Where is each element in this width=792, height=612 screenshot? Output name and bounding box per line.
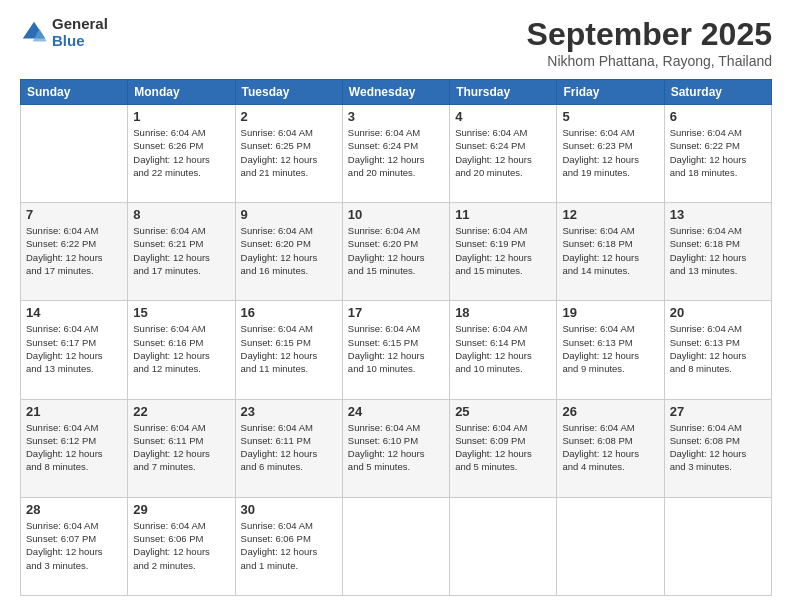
table-row: 23Sunrise: 6:04 AMSunset: 6:11 PMDayligh… bbox=[235, 399, 342, 497]
day-number: 12 bbox=[562, 207, 658, 222]
table-row: 28Sunrise: 6:04 AMSunset: 6:07 PMDayligh… bbox=[21, 497, 128, 595]
table-row: 30Sunrise: 6:04 AMSunset: 6:06 PMDayligh… bbox=[235, 497, 342, 595]
table-row: 20Sunrise: 6:04 AMSunset: 6:13 PMDayligh… bbox=[664, 301, 771, 399]
table-row: 9Sunrise: 6:04 AMSunset: 6:20 PMDaylight… bbox=[235, 203, 342, 301]
day-info: Sunrise: 6:04 AMSunset: 6:09 PMDaylight:… bbox=[455, 421, 551, 474]
day-number: 22 bbox=[133, 404, 229, 419]
table-row: 2Sunrise: 6:04 AMSunset: 6:25 PMDaylight… bbox=[235, 105, 342, 203]
calendar-week-2: 7Sunrise: 6:04 AMSunset: 6:22 PMDaylight… bbox=[21, 203, 772, 301]
day-number: 20 bbox=[670, 305, 766, 320]
day-info: Sunrise: 6:04 AMSunset: 6:07 PMDaylight:… bbox=[26, 519, 122, 572]
header-friday: Friday bbox=[557, 80, 664, 105]
day-number: 11 bbox=[455, 207, 551, 222]
calendar-week-1: 1Sunrise: 6:04 AMSunset: 6:26 PMDaylight… bbox=[21, 105, 772, 203]
day-info: Sunrise: 6:04 AMSunset: 6:21 PMDaylight:… bbox=[133, 224, 229, 277]
header-saturday: Saturday bbox=[664, 80, 771, 105]
day-info: Sunrise: 6:04 AMSunset: 6:06 PMDaylight:… bbox=[241, 519, 337, 572]
day-info: Sunrise: 6:04 AMSunset: 6:24 PMDaylight:… bbox=[348, 126, 444, 179]
table-row: 25Sunrise: 6:04 AMSunset: 6:09 PMDayligh… bbox=[450, 399, 557, 497]
table-row: 26Sunrise: 6:04 AMSunset: 6:08 PMDayligh… bbox=[557, 399, 664, 497]
day-number: 25 bbox=[455, 404, 551, 419]
day-number: 14 bbox=[26, 305, 122, 320]
month-title: September 2025 bbox=[527, 16, 772, 53]
day-info: Sunrise: 6:04 AMSunset: 6:08 PMDaylight:… bbox=[670, 421, 766, 474]
header: General Blue September 2025 Nikhom Phatt… bbox=[20, 16, 772, 69]
logo-icon bbox=[20, 19, 48, 47]
day-info: Sunrise: 6:04 AMSunset: 6:10 PMDaylight:… bbox=[348, 421, 444, 474]
header-wednesday: Wednesday bbox=[342, 80, 449, 105]
table-row bbox=[21, 105, 128, 203]
calendar-week-5: 28Sunrise: 6:04 AMSunset: 6:07 PMDayligh… bbox=[21, 497, 772, 595]
day-info: Sunrise: 6:04 AMSunset: 6:13 PMDaylight:… bbox=[562, 322, 658, 375]
table-row: 4Sunrise: 6:04 AMSunset: 6:24 PMDaylight… bbox=[450, 105, 557, 203]
calendar-header-row: Sunday Monday Tuesday Wednesday Thursday… bbox=[21, 80, 772, 105]
day-info: Sunrise: 6:04 AMSunset: 6:06 PMDaylight:… bbox=[133, 519, 229, 572]
day-number: 18 bbox=[455, 305, 551, 320]
day-number: 3 bbox=[348, 109, 444, 124]
table-row: 16Sunrise: 6:04 AMSunset: 6:15 PMDayligh… bbox=[235, 301, 342, 399]
table-row: 8Sunrise: 6:04 AMSunset: 6:21 PMDaylight… bbox=[128, 203, 235, 301]
title-section: September 2025 Nikhom Phattana, Rayong, … bbox=[527, 16, 772, 69]
day-number: 4 bbox=[455, 109, 551, 124]
day-info: Sunrise: 6:04 AMSunset: 6:25 PMDaylight:… bbox=[241, 126, 337, 179]
table-row: 7Sunrise: 6:04 AMSunset: 6:22 PMDaylight… bbox=[21, 203, 128, 301]
table-row: 1Sunrise: 6:04 AMSunset: 6:26 PMDaylight… bbox=[128, 105, 235, 203]
location: Nikhom Phattana, Rayong, Thailand bbox=[527, 53, 772, 69]
day-info: Sunrise: 6:04 AMSunset: 6:20 PMDaylight:… bbox=[241, 224, 337, 277]
header-monday: Monday bbox=[128, 80, 235, 105]
logo: General Blue bbox=[20, 16, 108, 49]
table-row: 15Sunrise: 6:04 AMSunset: 6:16 PMDayligh… bbox=[128, 301, 235, 399]
day-number: 9 bbox=[241, 207, 337, 222]
day-number: 1 bbox=[133, 109, 229, 124]
page: General Blue September 2025 Nikhom Phatt… bbox=[0, 0, 792, 612]
day-info: Sunrise: 6:04 AMSunset: 6:20 PMDaylight:… bbox=[348, 224, 444, 277]
day-number: 16 bbox=[241, 305, 337, 320]
day-number: 17 bbox=[348, 305, 444, 320]
calendar-week-4: 21Sunrise: 6:04 AMSunset: 6:12 PMDayligh… bbox=[21, 399, 772, 497]
day-number: 23 bbox=[241, 404, 337, 419]
day-info: Sunrise: 6:04 AMSunset: 6:11 PMDaylight:… bbox=[241, 421, 337, 474]
day-number: 5 bbox=[562, 109, 658, 124]
table-row: 14Sunrise: 6:04 AMSunset: 6:17 PMDayligh… bbox=[21, 301, 128, 399]
logo-general-text: General bbox=[52, 16, 108, 33]
table-row bbox=[450, 497, 557, 595]
calendar-table: Sunday Monday Tuesday Wednesday Thursday… bbox=[20, 79, 772, 596]
day-info: Sunrise: 6:04 AMSunset: 6:18 PMDaylight:… bbox=[562, 224, 658, 277]
day-info: Sunrise: 6:04 AMSunset: 6:22 PMDaylight:… bbox=[670, 126, 766, 179]
header-thursday: Thursday bbox=[450, 80, 557, 105]
calendar-body: 1Sunrise: 6:04 AMSunset: 6:26 PMDaylight… bbox=[21, 105, 772, 596]
day-number: 27 bbox=[670, 404, 766, 419]
day-info: Sunrise: 6:04 AMSunset: 6:24 PMDaylight:… bbox=[455, 126, 551, 179]
day-number: 2 bbox=[241, 109, 337, 124]
table-row bbox=[557, 497, 664, 595]
table-row bbox=[664, 497, 771, 595]
day-info: Sunrise: 6:04 AMSunset: 6:15 PMDaylight:… bbox=[348, 322, 444, 375]
day-number: 13 bbox=[670, 207, 766, 222]
header-sunday: Sunday bbox=[21, 80, 128, 105]
table-row: 10Sunrise: 6:04 AMSunset: 6:20 PMDayligh… bbox=[342, 203, 449, 301]
day-info: Sunrise: 6:04 AMSunset: 6:12 PMDaylight:… bbox=[26, 421, 122, 474]
day-info: Sunrise: 6:04 AMSunset: 6:15 PMDaylight:… bbox=[241, 322, 337, 375]
day-number: 26 bbox=[562, 404, 658, 419]
day-number: 6 bbox=[670, 109, 766, 124]
day-info: Sunrise: 6:04 AMSunset: 6:16 PMDaylight:… bbox=[133, 322, 229, 375]
table-row: 27Sunrise: 6:04 AMSunset: 6:08 PMDayligh… bbox=[664, 399, 771, 497]
table-row: 12Sunrise: 6:04 AMSunset: 6:18 PMDayligh… bbox=[557, 203, 664, 301]
table-row: 5Sunrise: 6:04 AMSunset: 6:23 PMDaylight… bbox=[557, 105, 664, 203]
day-info: Sunrise: 6:04 AMSunset: 6:11 PMDaylight:… bbox=[133, 421, 229, 474]
table-row: 17Sunrise: 6:04 AMSunset: 6:15 PMDayligh… bbox=[342, 301, 449, 399]
header-tuesday: Tuesday bbox=[235, 80, 342, 105]
day-number: 19 bbox=[562, 305, 658, 320]
day-number: 7 bbox=[26, 207, 122, 222]
day-number: 10 bbox=[348, 207, 444, 222]
table-row: 6Sunrise: 6:04 AMSunset: 6:22 PMDaylight… bbox=[664, 105, 771, 203]
table-row: 29Sunrise: 6:04 AMSunset: 6:06 PMDayligh… bbox=[128, 497, 235, 595]
logo-text: General Blue bbox=[52, 16, 108, 49]
day-number: 15 bbox=[133, 305, 229, 320]
table-row bbox=[342, 497, 449, 595]
table-row: 19Sunrise: 6:04 AMSunset: 6:13 PMDayligh… bbox=[557, 301, 664, 399]
day-info: Sunrise: 6:04 AMSunset: 6:13 PMDaylight:… bbox=[670, 322, 766, 375]
logo-blue-text: Blue bbox=[52, 33, 108, 50]
table-row: 18Sunrise: 6:04 AMSunset: 6:14 PMDayligh… bbox=[450, 301, 557, 399]
day-number: 30 bbox=[241, 502, 337, 517]
